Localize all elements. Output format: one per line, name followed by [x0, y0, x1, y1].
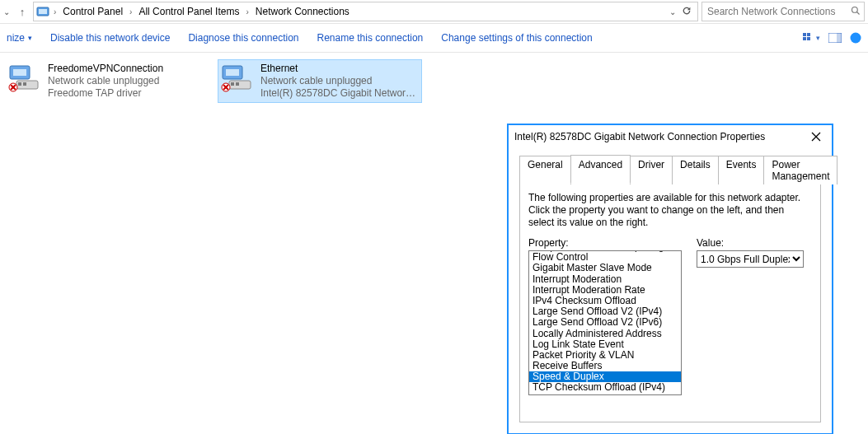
- address-dropdown-caret[interactable]: ⌄: [669, 7, 676, 16]
- value-select[interactable]: 1.0 Gbps Full Duplex: [697, 250, 804, 268]
- search-icon[interactable]: [847, 6, 861, 18]
- connection-title: Ethernet: [260, 63, 419, 75]
- breadcrumb-item[interactable]: All Control Panel Items: [135, 6, 242, 17]
- connection-device: Intel(R) 82578DC Gigabit Network...: [260, 87, 419, 100]
- search-box[interactable]: [701, 2, 865, 21]
- property-label: Property:: [528, 237, 682, 249]
- tab-details[interactable]: Details: [672, 156, 719, 184]
- network-adapter-icon: [8, 63, 41, 92]
- refresh-icon[interactable]: [681, 5, 692, 19]
- property-option[interactable]: Interrupt Moderation: [529, 274, 681, 285]
- diagnose-connection-button[interactable]: Diagnose this connection: [188, 32, 298, 44]
- svg-point-10: [851, 33, 861, 44]
- property-option[interactable]: Locally Administered Address: [529, 329, 681, 339]
- dialog-title: Intel(R) 82578DC Gigabit Network Connect…: [514, 131, 806, 142]
- preview-pane-icon[interactable]: [828, 33, 842, 43]
- breadcrumb-item[interactable]: Network Connections: [252, 6, 353, 17]
- tab-power-management[interactable]: Power Management: [763, 156, 838, 184]
- history-dropdown-caret[interactable]: ⌄: [3, 7, 12, 16]
- breadcrumb[interactable]: › Control Panel › All Control Panel Item…: [33, 2, 698, 21]
- tab-advanced[interactable]: Advanced: [570, 155, 631, 184]
- value-label: Value:: [697, 237, 804, 249]
- help-icon[interactable]: [850, 32, 861, 44]
- view-controls: ▾: [803, 32, 861, 44]
- svg-rect-6: [803, 37, 806, 40]
- connection-device: Freedome TAP driver: [48, 87, 163, 100]
- chevron-right-icon[interactable]: ›: [128, 7, 134, 16]
- tab-strip: General Advanced Driver Details Events P…: [519, 154, 821, 184]
- tab-driver[interactable]: Driver: [630, 156, 673, 184]
- svg-line-3: [857, 12, 860, 14]
- svg-rect-12: [13, 69, 26, 76]
- rename-connection-button[interactable]: Rename this connection: [317, 32, 424, 44]
- svg-rect-1: [39, 9, 47, 14]
- svg-rect-4: [803, 33, 806, 36]
- property-option[interactable]: Log Link State Event: [529, 339, 681, 350]
- dialog-titlebar[interactable]: Intel(R) 82578DC Gigabit Network Connect…: [508, 124, 833, 149]
- network-adapter-icon: [221, 63, 254, 92]
- property-option[interactable]: Interrupt Moderation Rate: [529, 285, 681, 296]
- svg-rect-14: [18, 82, 21, 86]
- breadcrumb-item[interactable]: Control Panel: [59, 6, 126, 17]
- property-option[interactable]: Large Send Offload V2 (IPv6): [529, 317, 681, 328]
- svg-rect-9: [837, 33, 842, 43]
- svg-rect-15: [23, 82, 26, 86]
- up-arrow-icon[interactable]: ↑: [15, 6, 30, 18]
- disable-device-button[interactable]: Disable this network device: [50, 32, 170, 44]
- property-option[interactable]: Gigabit Master Slave Mode: [529, 263, 681, 273]
- advanced-description: The following properties are available f…: [528, 192, 812, 229]
- svg-rect-5: [807, 33, 810, 36]
- property-option[interactable]: TCP Checksum Offload (IPv4): [529, 382, 681, 393]
- control-panel-icon: [35, 4, 50, 19]
- svg-rect-23: [236, 82, 239, 86]
- address-bar: ⌄ ↑ › Control Panel › All Control Panel …: [0, 0, 868, 24]
- change-settings-button[interactable]: Change settings of this connection: [441, 32, 592, 44]
- properties-dialog: Intel(R) 82578DC Gigabit Network Connect…: [507, 124, 833, 434]
- connection-title: FreedomeVPNConnection: [48, 63, 163, 75]
- svg-rect-7: [807, 37, 810, 40]
- organize-menu[interactable]: nize▾: [7, 32, 32, 44]
- svg-rect-22: [231, 82, 234, 86]
- close-icon[interactable]: [806, 127, 826, 147]
- chevron-right-icon[interactable]: ›: [244, 7, 250, 16]
- svg-rect-20: [226, 69, 239, 76]
- chevron-right-icon[interactable]: ›: [52, 7, 58, 16]
- search-input[interactable]: [706, 5, 847, 18]
- connection-status: Network cable unplugged: [48, 75, 163, 87]
- tab-general[interactable]: General: [519, 156, 571, 184]
- tab-panel-advanced: The following properties are available f…: [519, 184, 821, 422]
- connection-item[interactable]: FreedomeVPNConnection Network cable unpl…: [5, 59, 209, 103]
- connection-status: Network cable unplugged: [260, 75, 419, 87]
- connections-pane: FreedomeVPNConnection Network cable unpl…: [0, 53, 868, 110]
- command-bar: nize▾ Disable this network device Diagno…: [0, 24, 868, 53]
- connection-item[interactable]: Ethernet Network cable unplugged Intel(R…: [218, 59, 422, 103]
- view-options-icon[interactable]: ▾: [803, 33, 820, 43]
- svg-point-2: [852, 7, 858, 12]
- property-list[interactable]: Adaptive Inter-Frame SpacingFlow Control…: [528, 250, 682, 395]
- tab-events[interactable]: Events: [718, 156, 765, 184]
